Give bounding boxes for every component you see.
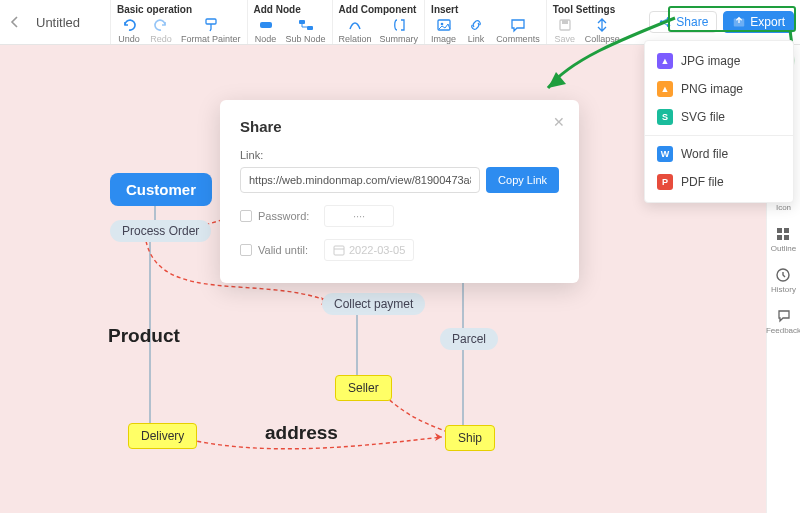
collapse-button[interactable]: Collapse <box>585 17 620 44</box>
copy-link-button[interactable]: Copy Link <box>486 167 559 193</box>
label-product: Product <box>108 325 180 347</box>
svg-rect-18 <box>784 235 789 240</box>
group-add-node: Add Node Node Sub Node <box>247 0 332 44</box>
close-button[interactable]: ✕ <box>553 114 565 130</box>
svg-icon: S <box>657 109 673 125</box>
feedback-icon <box>776 308 792 324</box>
export-png[interactable]: ▲PNG image <box>645 75 793 103</box>
save-button[interactable]: Save <box>553 17 577 44</box>
link-button[interactable]: Link <box>464 17 488 44</box>
format-painter-button[interactable]: Format Painter <box>181 17 241 44</box>
link-input[interactable] <box>240 167 480 193</box>
svg-rect-16 <box>784 228 789 233</box>
password-label: Password: <box>258 210 318 222</box>
redo-icon <box>153 17 169 33</box>
password-input[interactable] <box>324 205 394 227</box>
export-word[interactable]: WWord file <box>645 140 793 168</box>
svg-rect-7 <box>562 20 568 24</box>
link-icon <box>468 17 484 33</box>
comment-icon <box>510 17 526 33</box>
calendar-icon <box>333 244 345 256</box>
node-parcel[interactable]: Parcel <box>440 328 498 350</box>
summary-icon <box>391 17 407 33</box>
node-delivery[interactable]: Delivery <box>128 423 197 449</box>
redo-button[interactable]: Redo <box>149 17 173 44</box>
save-icon <box>557 17 573 33</box>
share-icon <box>658 15 672 29</box>
pdf-icon: P <box>657 174 673 190</box>
relation-button[interactable]: Relation <box>339 17 372 44</box>
label-address: address <box>265 422 338 444</box>
node-customer[interactable]: Customer <box>110 173 212 206</box>
group-add-component: Add Component Relation Summary <box>332 0 425 44</box>
top-toolbar: Untitled Basic operation Undo Redo Forma… <box>0 0 800 45</box>
doc-title[interactable]: Untitled <box>30 0 110 44</box>
node-seller[interactable]: Seller <box>335 375 392 401</box>
subnode-icon <box>298 17 314 33</box>
png-icon: ▲ <box>657 81 673 97</box>
relation-icon <box>347 17 363 33</box>
export-button[interactable]: Export <box>723 11 794 33</box>
jpg-icon: ▲ <box>657 53 673 69</box>
export-icon <box>732 15 746 29</box>
summary-button[interactable]: Summary <box>380 17 419 44</box>
export-svg[interactable]: SSVG file <box>645 103 793 131</box>
share-dialog: ✕ Share Link: Copy Link Password: Valid … <box>220 100 579 283</box>
node-process-order[interactable]: Process Order <box>110 220 211 242</box>
validuntil-label: Valid until: <box>258 244 318 256</box>
node-icon <box>258 17 274 33</box>
svg-point-9 <box>667 17 671 21</box>
node-collect-payment[interactable]: Collect paymet <box>322 293 425 315</box>
rail-feedback[interactable]: Feedback <box>766 308 800 335</box>
undo-button[interactable]: Undo <box>117 17 141 44</box>
word-icon: W <box>657 146 673 162</box>
svg-rect-3 <box>307 26 313 30</box>
subnode-button[interactable]: Sub Node <box>286 17 326 44</box>
group-basic: Basic operation Undo Redo Format Painter <box>110 0 247 44</box>
svg-rect-0 <box>206 19 216 24</box>
back-button[interactable] <box>0 0 30 44</box>
validuntil-checkbox[interactable] <box>240 244 252 256</box>
share-button[interactable]: Share <box>649 11 717 33</box>
svg-rect-17 <box>777 235 782 240</box>
node-button[interactable]: Node <box>254 17 278 44</box>
right-actions: Share Export <box>649 0 800 44</box>
rail-outline[interactable]: Outline <box>771 226 796 253</box>
rail-history[interactable]: History <box>771 267 796 294</box>
history-icon <box>775 267 791 283</box>
collapse-icon <box>594 17 610 33</box>
link-label: Link: <box>240 149 559 161</box>
group-tool-settings: Tool Settings Save Collapse <box>546 0 626 44</box>
share-title: Share <box>240 118 559 135</box>
svg-rect-1 <box>260 22 272 28</box>
svg-rect-2 <box>299 20 305 24</box>
svg-rect-15 <box>777 228 782 233</box>
export-jpg[interactable]: ▲JPG image <box>645 47 793 75</box>
undo-icon <box>121 17 137 33</box>
svg-point-5 <box>440 23 443 26</box>
comments-button[interactable]: Comments <box>496 17 540 44</box>
paintbrush-icon <box>203 17 219 33</box>
svg-rect-20 <box>334 246 344 255</box>
chevron-left-icon <box>9 16 21 28</box>
image-button[interactable]: Image <box>431 17 456 44</box>
image-icon <box>436 17 452 33</box>
group-insert: Insert Image Link Comments <box>424 0 546 44</box>
node-ship[interactable]: Ship <box>445 425 495 451</box>
export-pdf[interactable]: PPDF file <box>645 168 793 196</box>
svg-point-10 <box>667 24 671 28</box>
password-checkbox[interactable] <box>240 210 252 222</box>
date-input[interactable]: 2022-03-05 <box>324 239 414 261</box>
export-menu: ▲JPG image ▲PNG image SSVG file WWord fi… <box>644 40 794 203</box>
outline-icon <box>775 226 791 242</box>
